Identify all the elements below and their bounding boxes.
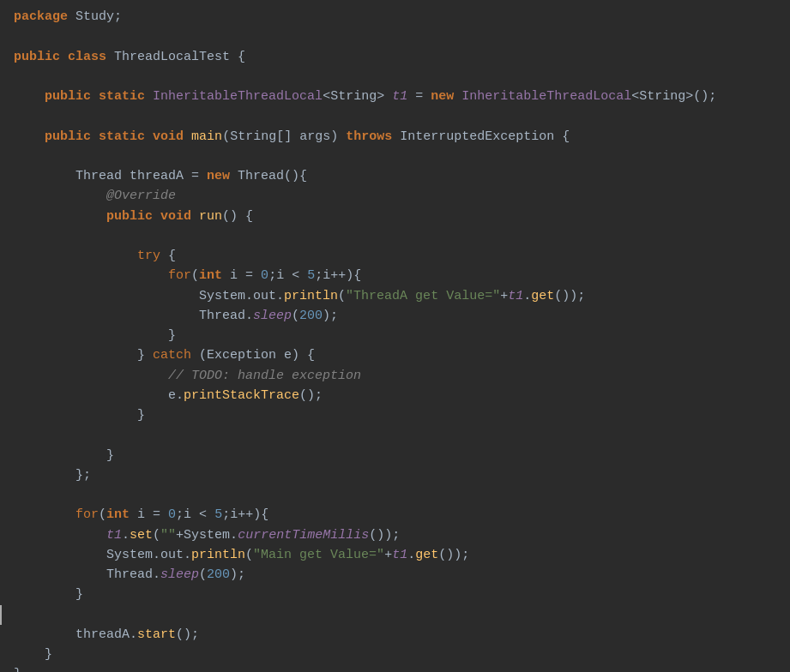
code-line-33: } [0, 645, 790, 664]
code-line-18: } catch (Exception e) { [0, 345, 790, 365]
code-line-17: } [0, 326, 790, 345]
code-line-32: threadA.start(); [0, 625, 790, 645]
code-line-6 [0, 106, 790, 126]
code-line-16: Thread.sleep(200); [0, 306, 790, 326]
code-line-9: Thread threadA = new Thread(){ [0, 166, 790, 186]
code-line-19: // TODO: handle exception [0, 366, 790, 386]
code-line-11: public void run() { [0, 207, 790, 226]
code-line-13: try { [0, 246, 790, 266]
code-line-3: public class ThreadLocalTest { [0, 47, 790, 67]
code-line-28: System.out.println("Main get Value="+t1.… [0, 545, 790, 565]
code-line-25 [0, 485, 790, 505]
code-line-2 [0, 27, 790, 46]
code-line-4 [0, 67, 790, 87]
code-line-23: } [0, 446, 790, 465]
code-line-30: } [0, 585, 790, 604]
code-editor: package Study; public class ThreadLocalT… [0, 0, 790, 672]
code-line-5: public static InheritableThreadLocal<Str… [0, 87, 790, 106]
code-line-20: e.printStackTrace(); [0, 386, 790, 405]
code-line-10: @Override [0, 186, 790, 206]
code-line-21: } [0, 405, 790, 425]
code-line-34: } [0, 664, 790, 672]
code-line-26: for(int i = 0;i < 5;i++){ [0, 505, 790, 525]
code-line-8 [0, 147, 790, 166]
code-line-22 [0, 425, 790, 445]
code-line-29: Thread.sleep(200); [0, 565, 790, 585]
code-line-27: t1.set(""+System.currentTimeMillis()); [0, 525, 790, 545]
code-line-15: System.out.println("ThreadA get Value="+… [0, 286, 790, 306]
code-line-12 [0, 226, 790, 246]
code-line-7: public static void main(String[] args) t… [0, 127, 790, 147]
code-line-24: }; [0, 465, 790, 485]
code-line-1: package Study; [0, 7, 790, 27]
code-line-31 [0, 605, 790, 625]
code-line-14: for(int i = 0;i < 5;i++){ [0, 266, 790, 285]
